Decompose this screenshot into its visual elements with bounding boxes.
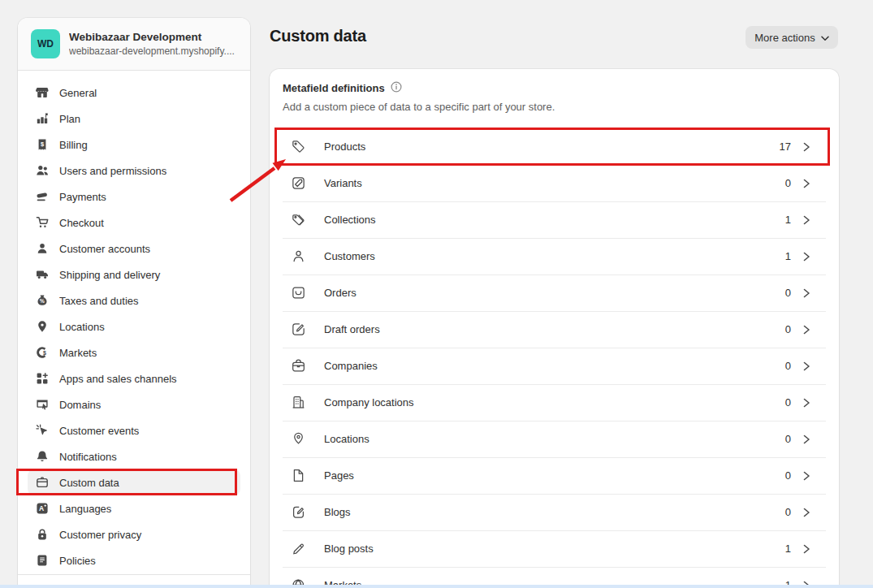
row-count: 0 — [785, 287, 791, 299]
row-count: 0 — [785, 360, 791, 372]
row-label: Orders — [324, 287, 785, 299]
metafield-row-locations[interactable]: Locations 0 — [270, 421, 839, 457]
chevron-right-icon — [802, 398, 810, 408]
metafield-row-blogs[interactable]: Blogs 0 — [270, 494, 839, 530]
metafield-row-companies[interactable]: Companies 0 — [270, 348, 839, 384]
sidebar-item-customer-accounts[interactable]: Customer accounts — [28, 236, 240, 262]
sidebar-item-general[interactable]: General — [28, 80, 240, 106]
row-label: Locations — [324, 433, 785, 445]
sidebar-item-label: Locations — [59, 321, 105, 333]
row-label: Products — [324, 141, 780, 153]
metafield-row-draft-orders[interactable]: Draft orders 0 — [270, 311, 839, 348]
metafield-row-blog-posts[interactable]: Blog posts 1 — [270, 530, 839, 567]
sidebar-item-label: Billing — [59, 139, 88, 151]
row-label: Collections — [324, 214, 785, 226]
row-count: 1 — [785, 250, 791, 262]
info-icon[interactable] — [391, 81, 402, 96]
row-label: Draft orders — [324, 323, 785, 335]
sidebar-item-customer-privacy[interactable]: Customer privacy — [28, 521, 240, 547]
row-count: 0 — [785, 506, 791, 518]
lock-icon — [36, 528, 49, 541]
sidebar-item-label: Languages — [59, 503, 111, 515]
metafield-row-company-locations[interactable]: Company locations 0 — [270, 384, 839, 421]
store-header[interactable]: WD Webibazaar Development webibazaar-dev… — [18, 18, 250, 71]
sidebar-item-notifications[interactable]: Notifications — [28, 443, 240, 469]
cart-icon — [36, 216, 49, 229]
product-tag-icon — [291, 139, 306, 154]
row-label: Company locations — [324, 396, 785, 409]
card-head: Metafield definitions Add a custom piece… — [283, 81, 826, 115]
row-label: Companies — [324, 360, 785, 372]
store-domain: webibazaar-development.myshopify.... — [69, 45, 235, 58]
metafield-row-products[interactable]: Products 17 — [270, 128, 839, 165]
more-actions-button[interactable]: More actions — [746, 26, 838, 49]
row-count: 0 — [785, 433, 791, 445]
policy-icon — [36, 554, 49, 567]
chevron-right-icon — [802, 325, 810, 335]
svg-text:%: % — [40, 298, 45, 304]
sidebar-item-checkout[interactable]: Checkout — [28, 210, 240, 236]
sidebar-item-billing[interactable]: $ Billing — [28, 132, 240, 158]
row-label: Customers — [324, 250, 785, 262]
chevron-right-icon — [802, 252, 810, 262]
sidebar-divider — [18, 574, 250, 575]
metafield-row-variants[interactable]: Variants 0 — [270, 165, 839, 201]
svg-text:$: $ — [43, 350, 46, 357]
row-count: 0 — [785, 396, 791, 409]
page-icon — [291, 468, 306, 483]
companies-icon — [291, 358, 306, 374]
bottom-edge-strip — [0, 585, 873, 588]
pencil-icon — [291, 541, 306, 556]
apps-icon — [36, 372, 49, 385]
card-description: Add a custom piece of data to a specific… — [283, 100, 826, 115]
store-avatar: WD — [31, 29, 60, 58]
sidebar-item-users-and-permissions[interactable]: Users and permissions — [28, 158, 240, 184]
sidebar-item-languages[interactable]: A Languages — [28, 495, 240, 521]
sidebar-item-label: Plan — [59, 113, 80, 125]
settings-page: WD Webibazaar Development webibazaar-dev… — [0, 0, 873, 588]
metafield-row-pages[interactable]: Pages 0 — [270, 457, 839, 494]
metafield-row-orders[interactable]: Orders 0 — [270, 275, 839, 311]
blog-icon — [291, 504, 306, 520]
chevron-right-icon — [802, 508, 810, 517]
sidebar-item-label: Payments — [59, 191, 106, 203]
sidebar-item-domains[interactable]: Domains — [28, 391, 240, 417]
sidebar-item-shipping-and-delivery[interactable]: Shipping and delivery — [28, 262, 240, 288]
sidebar-item-label: Shipping and delivery — [59, 269, 160, 281]
metafield-row-collections[interactable]: Collections 1 — [270, 201, 839, 238]
person-icon — [36, 242, 49, 255]
row-label: Pages — [324, 469, 785, 482]
chevron-right-icon — [802, 215, 810, 225]
metafield-definitions-card: Metafield definitions Add a custom piece… — [270, 69, 839, 588]
sidebar-item-policies[interactable]: Policies — [28, 547, 240, 573]
sidebar-item-apps-and-sales-channels[interactable]: Apps and sales channels — [28, 365, 240, 391]
globe-dollar-icon: $ — [36, 346, 49, 359]
more-actions-label: More actions — [754, 32, 815, 44]
sidebar-item-customer-events[interactable]: Customer events — [28, 417, 240, 443]
sidebar-item-taxes-and-duties[interactable]: % Taxes and duties — [28, 288, 240, 313]
sidebar-item-label: Customer accounts — [59, 243, 150, 255]
row-count: 0 — [785, 469, 791, 482]
sidebar-item-payments[interactable]: Payments — [28, 184, 240, 210]
row-count: 1 — [785, 214, 791, 226]
billing-icon: $ — [36, 138, 49, 151]
sidebar-item-markets[interactable]: $ Markets — [28, 339, 240, 365]
store-icon — [36, 86, 49, 99]
settings-sidebar: WD Webibazaar Development webibazaar-dev… — [18, 18, 250, 588]
card-title: Metafield definitions — [283, 81, 385, 96]
row-label: Blogs — [324, 506, 785, 518]
sidebar-item-label: Customer privacy — [59, 529, 141, 541]
sidebar-item-plan[interactable]: Plan — [28, 106, 240, 132]
pin-icon — [36, 320, 49, 333]
svg-text:A: A — [39, 504, 44, 512]
metafield-row-customers[interactable]: Customers 1 — [270, 238, 839, 275]
row-label: Blog posts — [324, 543, 785, 555]
sidebar-item-locations[interactable]: Locations — [28, 313, 240, 339]
row-label: Variants — [324, 177, 785, 189]
chevron-right-icon — [802, 361, 810, 371]
sidebar-item-custom-data[interactable]: Custom data — [28, 469, 240, 495]
sidebar-item-label: Domains — [59, 399, 101, 411]
sidebar-item-label: Markets — [59, 347, 97, 359]
bell-icon — [36, 450, 49, 463]
chevron-down-icon — [821, 32, 829, 44]
